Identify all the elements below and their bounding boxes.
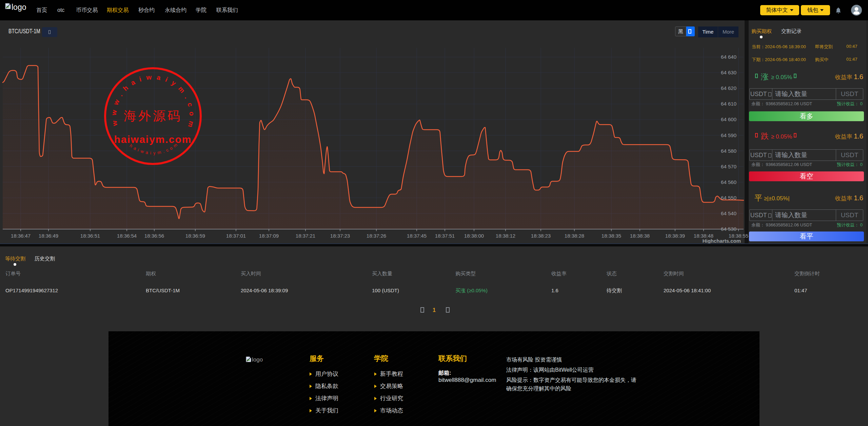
svg-text:18:36:59: 18:36:59 <box>185 233 205 239</box>
svg-text:18:37:21: 18:37:21 <box>296 233 315 239</box>
svg-text:64 590: 64 590 <box>721 132 736 138</box>
svg-text:64 610: 64 610 <box>721 101 736 107</box>
svg-text:18:36:49: 18:36:49 <box>39 233 58 239</box>
svg-text:64 530: 64 530 <box>721 226 736 232</box>
svg-text:18:38:38: 18:38:38 <box>630 233 650 239</box>
svg-text:64 580: 64 580 <box>721 148 736 154</box>
svg-text:18:38:00: 18:38:00 <box>464 233 484 239</box>
svg-text:18:37:09: 18:37:09 <box>259 233 279 239</box>
svg-text:18:38:39: 18:38:39 <box>665 233 685 239</box>
svg-text:haiwaiym.com: haiwaiym.com <box>114 134 192 145</box>
svg-text:18:37:01: 18:37:01 <box>226 233 246 239</box>
svg-text:Highcharts.com: Highcharts.com <box>703 238 741 243</box>
svg-text:www.haiwaiym.com: www.haiwaiym.com <box>110 73 196 132</box>
svg-text:64 540: 64 540 <box>721 210 736 216</box>
svg-text:64 550: 64 550 <box>721 195 736 201</box>
svg-text:18:36:54: 18:36:54 <box>117 233 137 239</box>
svg-text:64 570: 64 570 <box>721 164 736 169</box>
svg-text:海外源码: 海外源码 <box>124 109 182 123</box>
svg-text:18:38:28: 18:38:28 <box>565 233 584 239</box>
svg-text:18:37:51: 18:37:51 <box>435 233 455 239</box>
svg-text:18:37:23: 18:37:23 <box>330 233 350 239</box>
svg-text:18:38:35: 18:38:35 <box>601 233 621 239</box>
svg-text:18:37:26: 18:37:26 <box>367 233 386 239</box>
svg-text:64 630: 64 630 <box>721 70 736 75</box>
svg-text:18:38:23: 18:38:23 <box>531 233 551 239</box>
svg-text:64 640: 64 640 <box>721 54 736 60</box>
svg-text:18:36:51: 18:36:51 <box>80 233 100 239</box>
svg-text:64 560: 64 560 <box>721 179 736 185</box>
svg-text:18:38:12: 18:38:12 <box>496 233 515 239</box>
svg-text:18:36:56: 18:36:56 <box>144 233 164 239</box>
svg-text:18:36:47: 18:36:47 <box>11 233 31 239</box>
svg-text:64 620: 64 620 <box>721 85 736 91</box>
svg-text:18:37:45: 18:37:45 <box>407 233 427 239</box>
svg-text:64 600: 64 600 <box>721 116 736 122</box>
